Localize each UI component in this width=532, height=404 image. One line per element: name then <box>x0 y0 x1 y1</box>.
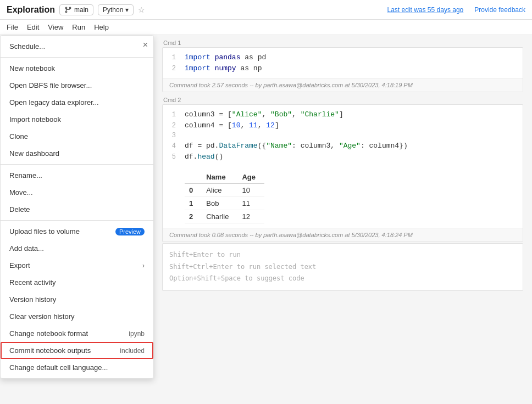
menu-item-new-dashboard[interactable]: New dashboard <box>1 145 153 162</box>
svg-point-2 <box>69 7 71 9</box>
menu-item-change-language[interactable]: Change default cell language... <box>1 359 153 376</box>
hint-line-1: Shift+Enter to run <box>169 249 516 261</box>
row-idx: 2 <box>185 210 202 223</box>
chevron-down-icon: ▾ <box>125 6 129 14</box>
menu-view[interactable]: View <box>48 21 63 33</box>
cmd1-label: Cmd 1 <box>162 40 523 46</box>
cell-3-hints: Shift+Enter to run Shift+Ctrl+Enter to r… <box>163 244 523 290</box>
cmd2-label: Cmd 2 <box>162 97 523 103</box>
language-label: Python <box>103 6 123 14</box>
cell-2-code: 1 column3 = ["Alice", "Bob", "Charlie"] … <box>163 105 523 166</box>
branch-icon <box>64 6 72 14</box>
output-table: Name Age 0 Alice 10 1 Bob 11 <box>185 171 264 223</box>
col-header-idx <box>185 171 202 184</box>
outputs-badge: included <box>120 347 145 355</box>
code-line: 4 df = pd.DataFrame({"Name": column3, "A… <box>163 141 516 152</box>
menu-item-add-data[interactable]: Add data... <box>1 240 153 257</box>
svg-point-0 <box>65 7 67 9</box>
menu-item-new-notebook[interactable]: New notebook <box>1 60 153 77</box>
branch-button[interactable]: main <box>59 4 93 15</box>
menu-item-move[interactable]: Move... <box>1 184 153 201</box>
language-button[interactable]: Python ▾ <box>98 4 134 15</box>
cell-1-footer: Command took 2.57 seconds -- by parth.as… <box>163 78 523 92</box>
menu-item-delete[interactable]: Delete <box>1 201 153 218</box>
svg-point-1 <box>65 11 67 13</box>
menu-bar: File Edit View Run Help <box>0 20 532 35</box>
table-row: 1 Bob 11 <box>185 197 264 210</box>
menu-item-rename[interactable]: Rename... <box>1 167 153 184</box>
chevron-right-icon: › <box>142 262 145 270</box>
hint-line-2: Shift+Ctrl+Enter to run selected text <box>169 261 516 273</box>
row-idx: 0 <box>185 184 202 197</box>
divider-1 <box>1 57 153 58</box>
top-bar: Exploration main Python ▾ ☆ Last edit wa… <box>0 0 532 20</box>
menu-item-upload[interactable]: Upload files to volume Preview <box>1 223 153 240</box>
output-table-container: Name Age 0 Alice 10 1 Bob 11 <box>163 171 523 223</box>
menu-help[interactable]: Help <box>94 21 109 33</box>
code-line: 3 <box>163 131 516 141</box>
row-name: Alice <box>202 184 237 197</box>
table-row: 0 Alice 10 <box>185 184 264 197</box>
menu-item-clone[interactable]: Clone <box>1 128 153 145</box>
row-name: Bob <box>202 197 237 210</box>
code-line: 5 df.head() <box>163 152 516 162</box>
menu-run[interactable]: Run <box>72 21 85 33</box>
feedback-link[interactable]: Provide feedback <box>474 6 525 14</box>
menu-item-change-format[interactable]: Change notebook format ipynb <box>1 325 153 342</box>
menu-edit[interactable]: Edit <box>27 21 39 33</box>
menu-item-recent-activity[interactable]: Recent activity <box>1 274 153 291</box>
row-age: 10 <box>237 184 264 197</box>
cell-2[interactable]: 1 column3 = ["Alice", "Bob", "Charlie"] … <box>162 104 523 242</box>
cell-2-footer: Command took 0.08 seconds -- by parth.as… <box>163 228 523 242</box>
last-edit-link[interactable]: Last edit was 55 days ago <box>387 6 464 14</box>
menu-item-open-dbfs[interactable]: Open DBFS file browser... <box>1 77 153 94</box>
star-icon[interactable]: ☆ <box>138 5 145 14</box>
menu-item-commit-outputs[interactable]: Commit notebook outputs included <box>1 342 153 359</box>
table-row: 2 Charlie 12 <box>185 210 264 223</box>
cell-1-code: 1 import pandas as pd 2 import numpy as … <box>163 48 523 78</box>
main-content: × Schedule... New notebook Open DBFS fil… <box>0 35 532 404</box>
code-line: 2 column4 = [10, 11, 12] <box>163 120 516 131</box>
code-line: 1 import pandas as pd <box>163 52 516 63</box>
row-age: 12 <box>237 210 264 223</box>
file-dropdown-menu: × Schedule... New notebook Open DBFS fil… <box>0 35 154 379</box>
col-header-name: Name <box>202 171 237 184</box>
divider-3 <box>1 220 153 221</box>
close-button[interactable]: × <box>143 40 148 50</box>
row-name: Charlie <box>202 210 237 223</box>
menu-item-version-history[interactable]: Version history <box>1 291 153 308</box>
code-line: 1 column3 = ["Alice", "Bob", "Charlie"] <box>163 109 516 120</box>
preview-badge: Preview <box>115 228 145 235</box>
divider-2 <box>1 164 153 165</box>
hint-line-3: Option+Shift+Space to suggest code <box>169 273 516 285</box>
notebook-title: Exploration <box>7 5 55 15</box>
row-age: 11 <box>237 197 264 210</box>
code-line: 2 import numpy as np <box>163 63 516 74</box>
cell-3[interactable]: Shift+Enter to run Shift+Ctrl+Enter to r… <box>162 243 523 291</box>
format-badge: ipynb <box>129 330 145 338</box>
cell-1[interactable]: 1 import pandas as pd 2 import numpy as … <box>162 47 523 92</box>
menu-item-clear-version[interactable]: Clear version history <box>1 308 153 325</box>
row-idx: 1 <box>185 197 202 210</box>
menu-item-export[interactable]: Export › <box>1 257 153 274</box>
branch-label: main <box>74 6 88 14</box>
menu-item-import[interactable]: Import notebook <box>1 111 153 128</box>
menu-item-schedule[interactable]: Schedule... <box>1 38 153 55</box>
col-header-age: Age <box>237 171 264 184</box>
menu-item-open-legacy[interactable]: Open legacy data explorer... <box>1 94 153 111</box>
menu-file[interactable]: File <box>7 21 18 33</box>
